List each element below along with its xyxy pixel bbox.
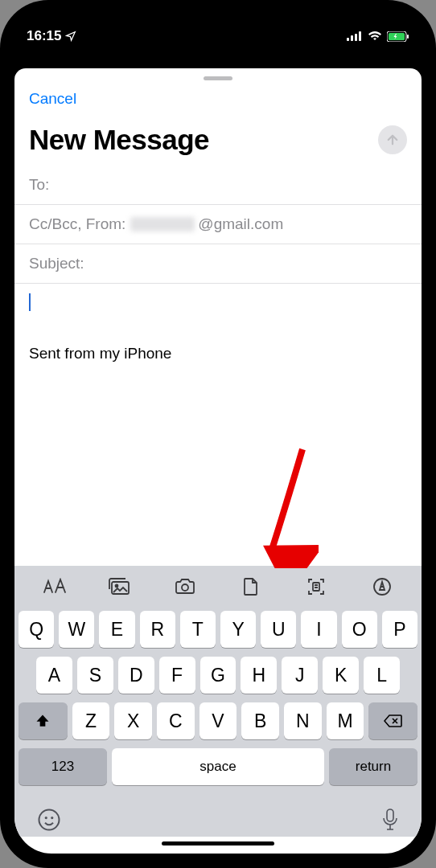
svg-point-9 bbox=[182, 584, 188, 591]
arrow-up-icon bbox=[385, 133, 400, 147]
dictation-button[interactable] bbox=[381, 808, 399, 832]
key-p[interactable]: P bbox=[382, 611, 417, 648]
svg-point-14 bbox=[51, 817, 52, 818]
svg-point-12 bbox=[39, 810, 60, 830]
backspace-key[interactable] bbox=[368, 702, 417, 739]
key-t[interactable]: T bbox=[180, 611, 216, 648]
key-v[interactable]: V bbox=[199, 702, 237, 739]
shift-key[interactable] bbox=[19, 702, 68, 739]
svg-rect-3 bbox=[359, 31, 361, 41]
key-r[interactable]: R bbox=[140, 611, 175, 648]
backspace-icon bbox=[384, 714, 403, 728]
key-f[interactable]: F bbox=[159, 657, 195, 694]
body-input[interactable]: Sent from my iPhone bbox=[14, 284, 422, 566]
to-field[interactable]: To: bbox=[14, 166, 422, 205]
space-key[interactable]: space bbox=[112, 748, 324, 785]
key-g[interactable]: G bbox=[200, 657, 237, 694]
key-n[interactable]: N bbox=[284, 702, 322, 739]
document-icon bbox=[243, 577, 259, 596]
status-time: 16:15 bbox=[27, 28, 61, 44]
key-k[interactable]: K bbox=[323, 657, 359, 694]
keyboard-toolbar bbox=[14, 566, 422, 608]
cancel-button[interactable]: Cancel bbox=[29, 85, 76, 113]
key-z[interactable]: Z bbox=[72, 702, 110, 739]
key-e[interactable]: E bbox=[99, 611, 134, 648]
key-w[interactable]: W bbox=[59, 611, 94, 648]
email-signature: Sent from my iPhone bbox=[29, 345, 407, 362]
markup-button[interactable] bbox=[358, 577, 406, 596]
key-y[interactable]: Y bbox=[220, 611, 256, 648]
key-l[interactable]: L bbox=[364, 657, 400, 694]
key-o[interactable]: O bbox=[342, 611, 377, 648]
send-button[interactable] bbox=[378, 125, 407, 154]
ccbcc-from-field[interactable]: Cc/Bcc, From: @gmail.com bbox=[14, 205, 422, 244]
scan-icon bbox=[306, 577, 326, 596]
numeric-key[interactable]: 123 bbox=[19, 748, 107, 785]
svg-point-13 bbox=[46, 817, 47, 818]
camera-button[interactable] bbox=[161, 578, 209, 596]
svg-rect-2 bbox=[355, 34, 357, 41]
key-s[interactable]: S bbox=[77, 657, 113, 694]
svg-rect-6 bbox=[407, 35, 409, 39]
redacted-email-local bbox=[130, 217, 195, 231]
text-cursor bbox=[29, 293, 31, 311]
svg-rect-15 bbox=[387, 809, 393, 821]
text-format-icon bbox=[42, 578, 66, 596]
battery-icon bbox=[387, 31, 409, 42]
key-x[interactable]: X bbox=[114, 702, 152, 739]
wifi-icon bbox=[368, 31, 382, 42]
key-a[interactable]: A bbox=[36, 657, 72, 694]
signal-icon bbox=[347, 31, 363, 41]
key-j[interactable]: J bbox=[282, 657, 318, 694]
format-text-button[interactable] bbox=[30, 578, 78, 596]
return-key[interactable]: return bbox=[329, 748, 417, 785]
photo-icon bbox=[108, 578, 130, 596]
key-c[interactable]: C bbox=[157, 702, 195, 739]
key-q[interactable]: Q bbox=[19, 611, 54, 648]
markup-icon bbox=[372, 577, 392, 596]
svg-point-8 bbox=[116, 585, 118, 588]
attach-file-button[interactable] bbox=[227, 577, 275, 596]
svg-rect-0 bbox=[347, 38, 349, 41]
scan-document-button[interactable] bbox=[292, 577, 340, 596]
key-d[interactable]: D bbox=[118, 657, 154, 694]
key-b[interactable]: B bbox=[241, 702, 279, 739]
key-u[interactable]: U bbox=[261, 611, 296, 648]
subject-field[interactable]: Subject: bbox=[14, 244, 422, 284]
key-h[interactable]: H bbox=[241, 657, 277, 694]
key-m[interactable]: M bbox=[327, 702, 364, 739]
location-icon bbox=[65, 31, 76, 42]
key-i[interactable]: I bbox=[301, 611, 336, 648]
keyboard: QWERTYUIOP ASDFGHJKL ZXCVBNM 123 space r… bbox=[14, 608, 422, 795]
shift-icon bbox=[35, 713, 51, 729]
emoji-button[interactable] bbox=[37, 808, 61, 832]
modal-grabber[interactable] bbox=[204, 76, 232, 80]
page-title: New Message bbox=[29, 124, 209, 156]
from-domain: @gmail.com bbox=[198, 215, 283, 233]
photo-library-button[interactable] bbox=[95, 578, 143, 596]
svg-rect-10 bbox=[313, 583, 319, 591]
svg-rect-1 bbox=[351, 35, 353, 41]
home-indicator[interactable] bbox=[162, 841, 274, 845]
camera-icon bbox=[175, 578, 195, 596]
